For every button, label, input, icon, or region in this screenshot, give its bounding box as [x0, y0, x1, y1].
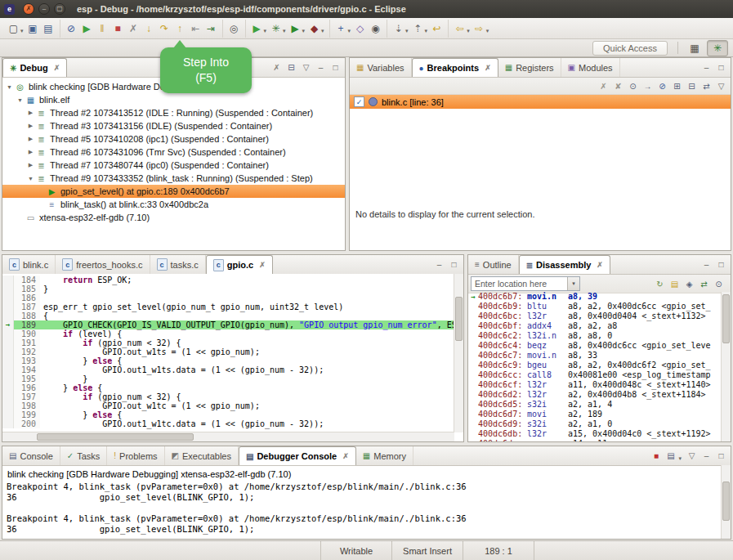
scrollbar-thumb[interactable]	[722, 482, 730, 521]
breakpoint-item[interactable]: ✓blink.c [line: 36]	[350, 95, 731, 109]
close-window-button[interactable]: ✗	[23, 3, 34, 15]
disassembly-scrollbar[interactable]	[721, 292, 731, 441]
line-number[interactable]: 193	[14, 356, 40, 365]
disassembly-row[interactable]: 400dc6cc:call80x40081e00 <esp_log_timest…	[468, 370, 722, 380]
debug-tree-item[interactable]: ≡blink_task() at blink.c:33 0x400dbc2a	[2, 198, 345, 211]
open-perspective-icon[interactable]: ▦	[685, 41, 704, 56]
debug-tab-debug[interactable]: ✳Debug✗	[2, 58, 67, 77]
view-menu-icon[interactable]: ▽	[715, 80, 727, 92]
disassembly-tab-disassembly[interactable]: ≣Disassembly✗	[519, 255, 610, 274]
view-menu-icon[interactable]: ▽	[300, 61, 312, 74]
maximize-icon[interactable]: □	[715, 61, 727, 74]
line-number[interactable]: 188	[14, 311, 40, 320]
quick-access-button[interactable]: Quick Access	[592, 41, 668, 56]
location-input[interactable]: Enter location here	[472, 279, 567, 289]
debug-tree-item[interactable]: ▶≣Thread #3 1073413156 (IDLE) (Suspended…	[2, 119, 345, 132]
new-java-element-icon[interactable]: +	[334, 21, 348, 36]
code-line[interactable]: 184 return ESP_OK;	[2, 276, 454, 284]
debug-tree-item[interactable]: ▶≣Thread #2 1073413512 (IDLE : Running) …	[2, 106, 345, 119]
line-number[interactable]: 194	[14, 365, 40, 374]
new-icon[interactable]: ▢	[7, 21, 20, 36]
resume-icon[interactable]: ▶	[80, 21, 94, 36]
minimize-icon[interactable]: –	[433, 258, 445, 271]
external-tools-dropdown-icon[interactable]: ▾	[264, 28, 267, 34]
new-dropdown-icon[interactable]: ▾	[20, 28, 24, 34]
line-number[interactable]: 191	[14, 338, 40, 347]
track-expression-icon[interactable]: ⊙	[713, 278, 725, 290]
scrollbar-thumb[interactable]	[722, 294, 730, 343]
line-number[interactable]: 190	[14, 329, 40, 338]
code-line[interactable]: 193 } else {	[2, 356, 454, 365]
search-dialog-icon[interactable]: ◉	[369, 21, 382, 36]
minimize-icon[interactable]: –	[700, 61, 713, 74]
disassembly-row[interactable]: 400dc6b9:bltua8, a2, 0x400dc6cc <gpio_se…	[468, 302, 722, 311]
show-source-icon[interactable]: ▤	[668, 278, 681, 290]
line-number[interactable]: 185	[14, 284, 40, 293]
minimize-icon[interactable]: –	[315, 61, 327, 74]
expander-collapsed-icon[interactable]: ▶	[26, 136, 35, 142]
display-selected-console-dropdown-icon[interactable]: ▾	[678, 455, 682, 462]
scrollbar-thumb[interactable]	[455, 297, 463, 341]
code-line[interactable]: 195 }	[2, 374, 454, 383]
close-tab-icon[interactable]: ✗	[485, 64, 491, 72]
step-over-icon[interactable]: ↷	[158, 21, 172, 36]
code-line[interactable]: 188{	[2, 311, 454, 320]
disassembly-row[interactable]: 400dc6bc:l32ra8, 0x400d0404 <_stext+1132…	[468, 311, 722, 321]
back-dropdown-icon[interactable]: ▾	[467, 28, 470, 34]
back-icon[interactable]: ⇦	[453, 21, 467, 36]
open-type-icon[interactable]: ◇	[353, 21, 367, 36]
maximize-icon[interactable]: □	[329, 61, 342, 74]
editor-vertical-scrollbar[interactable]	[454, 274, 463, 432]
disassembly-tab-outline[interactable]: ≡Outline	[468, 255, 519, 274]
debug-dropdown-icon[interactable]: ▾	[283, 28, 286, 34]
save-icon[interactable]: ▣	[26, 21, 40, 36]
disassembly-row[interactable]: 400dc6c7:movi.na8, 33	[468, 351, 722, 361]
external-tools-icon[interactable]: ▶	[250, 21, 264, 36]
terminate-icon[interactable]: ■	[650, 450, 662, 462]
line-number[interactable]: 184	[14, 276, 40, 284]
coverage-icon[interactable]: ◆	[307, 21, 321, 36]
maximize-icon[interactable]: □	[715, 450, 727, 462]
line-number[interactable]: 186	[14, 293, 40, 302]
code-line[interactable]: 192 GPIO.out_w1ts = (1 << gpio_num);	[2, 347, 454, 356]
coverage-dropdown-icon[interactable]: ▾	[321, 28, 324, 34]
disassembly-row[interactable]: 400dc6cf:l32ra11, 0x400d048c <_stext+114…	[468, 380, 722, 390]
code-line[interactable]: 185}	[2, 284, 454, 293]
line-number[interactable]: 196	[14, 383, 40, 392]
disassembly-row[interactable]: 400dc6d2:l32ra2, 0x400d04b8 <_stext+1184…	[468, 390, 722, 400]
line-number[interactable]: 195	[14, 374, 40, 383]
remove-all-breakpoints-icon[interactable]: ✘	[612, 80, 624, 92]
debug-tree-item[interactable]: ▼▦blink.elf	[2, 93, 345, 106]
line-number[interactable]: 189	[14, 320, 40, 329]
remove-all-terminated-icon[interactable]: ✗	[270, 61, 283, 74]
line-number[interactable]: 192	[14, 347, 40, 356]
debug-tree-item[interactable]: ▶gpio_set_level() at gpio.c:189 0x400dc6…	[2, 185, 345, 198]
maximize-icon[interactable]: □	[448, 258, 460, 271]
code-line[interactable]: 190 if (level) {	[2, 329, 454, 338]
console-tab-executables[interactable]: ◩Executables	[165, 446, 239, 465]
refresh-icon[interactable]: ↻	[654, 278, 666, 290]
line-number[interactable]: 198	[14, 401, 40, 410]
next-annotation-dropdown-icon[interactable]: ▾	[405, 28, 409, 34]
previous-annotation-dropdown-icon[interactable]: ▾	[425, 28, 428, 34]
save-all-icon[interactable]: ▤	[42, 21, 56, 36]
collapse-all-icon[interactable]: ⊟	[686, 80, 698, 92]
code-line[interactable]: 186	[2, 293, 454, 302]
minimize-icon[interactable]: –	[700, 450, 713, 462]
code-line[interactable]: 198 GPIO.out_w1tc = (1 << gpio_num);	[2, 401, 454, 410]
disconnect-icon[interactable]: ✗	[127, 21, 141, 36]
expand-all-icon[interactable]: ⊞	[671, 80, 683, 92]
expander-collapsed-icon[interactable]: ▶	[26, 162, 35, 168]
console-tab-debugger-console[interactable]: ▤Debugger Console✗	[239, 446, 356, 465]
display-selected-console-icon[interactable]: ▤	[664, 450, 677, 462]
drop-to-frame-icon[interactable]: ⇤	[189, 21, 203, 36]
view-menu-icon[interactable]: ▽	[686, 450, 698, 462]
breakpoints-tab-registers[interactable]: ▦Registers	[498, 58, 561, 77]
expander-collapsed-icon[interactable]: ▶	[26, 123, 35, 129]
editor-tab-blink-c[interactable]: cblink.c	[2, 255, 56, 274]
console-tab-memory[interactable]: ▦Memory	[356, 446, 413, 465]
code-line[interactable]: 200 GPIO.out1_w1tc.data = (1 << (gpio_nu…	[2, 419, 454, 428]
disassembly-row[interactable]: 400dc6c9:bgeua8, a2, 0x400dc6f2 <gpio_se…	[468, 361, 722, 370]
disassembly-row[interactable]: 400dc6db:l32ra15, 0x400d04c0 <_stext+119…	[468, 429, 722, 439]
code-line[interactable]: 191 if (gpio_num < 32) {	[2, 338, 454, 347]
